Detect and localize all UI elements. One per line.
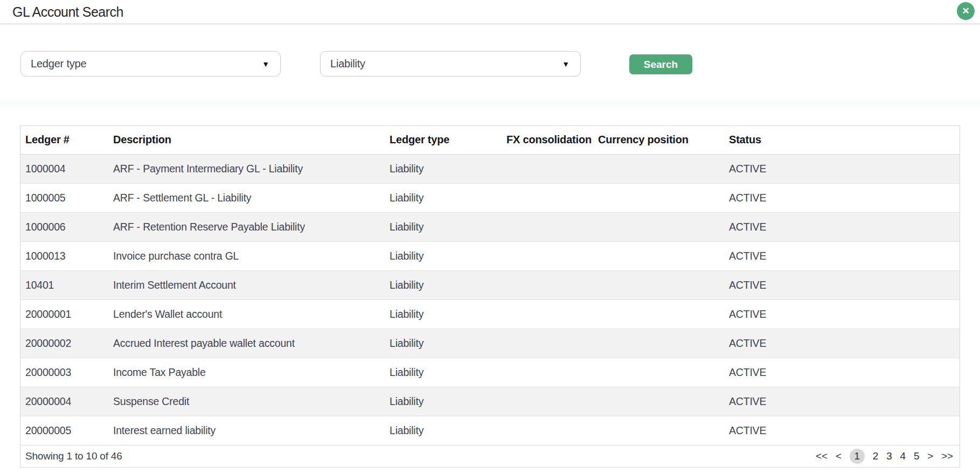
cell-ledger: 20000005 (20, 416, 108, 445)
cell-currency-position (593, 416, 724, 445)
modal-header: GL Account Search ✕ (0, 0, 980, 24)
page-title: GL Account Search (12, 4, 123, 20)
pagination-page-5[interactable]: 5 (914, 450, 919, 462)
pagination-page-4[interactable]: 4 (900, 450, 906, 462)
pagination-page-2[interactable]: 2 (873, 450, 878, 462)
cell-ledger-type: Liability (385, 299, 502, 329)
table-row[interactable]: 1000013 Invoice purchase contra GL Liabi… (20, 241, 960, 270)
cell-ledger-type: Liability (385, 358, 502, 387)
column-header-ledger-type: Ledger type (385, 126, 502, 154)
cell-ledger-type: Liability (385, 212, 502, 241)
chevron-down-icon: ▼ (562, 60, 569, 68)
cell-currency-position (593, 270, 724, 299)
pagination: << < 1 2 3 4 5 > >> (816, 449, 953, 464)
cell-ledger: 1000005 (20, 183, 108, 212)
table-row[interactable]: 20000003 Income Tax Payable Liability AC… (20, 358, 960, 387)
results-table-container: Ledger # Description Ledger type FX cons… (20, 126, 960, 468)
cell-currency-position (593, 212, 724, 241)
pagination-next[interactable]: > (927, 450, 933, 462)
cell-currency-position (593, 329, 724, 358)
pagination-page-1[interactable]: 1 (850, 449, 865, 464)
table-row[interactable]: 1000006 ARF - Retention Reserve Payable … (20, 212, 960, 241)
cell-description: Income Tax Payable (108, 358, 385, 387)
cell-ledger: 1000013 (20, 241, 108, 270)
close-icon: ✕ (962, 5, 969, 17)
table-row[interactable]: 1000005 ARF - Settlement GL - Liability … (20, 183, 960, 212)
cell-description: ARF - Payment Intermediary GL - Liabilit… (108, 154, 385, 183)
cell-status: ACTIVE (724, 358, 960, 387)
table-row[interactable]: 1000004 ARF - Payment Intermediary GL - … (20, 154, 960, 183)
cell-fx-consolidation (502, 358, 593, 387)
cell-description: ARF - Settlement GL - Liability (108, 183, 385, 212)
cell-description: Interim Settlement Account (108, 270, 385, 299)
cell-description: Accrued Interest payable wallet account (108, 329, 385, 358)
cell-ledger-type: Liability (385, 183, 502, 212)
search-button[interactable]: Search (629, 54, 692, 74)
column-header-currency-position: Currency position (593, 126, 724, 154)
cell-ledger: 20000003 (20, 358, 108, 387)
cell-fx-consolidation (502, 241, 593, 270)
table-header-row: Ledger # Description Ledger type FX cons… (20, 126, 960, 154)
cell-currency-position (593, 299, 724, 329)
cell-fx-consolidation (502, 183, 593, 212)
pagination-prev[interactable]: < (836, 450, 842, 462)
search-field-select[interactable]: Ledger type ▼ (20, 51, 281, 76)
cell-status: ACTIVE (724, 154, 960, 183)
chevron-down-icon: ▼ (262, 60, 269, 68)
cell-ledger-type: Liability (385, 329, 502, 358)
column-header-ledger: Ledger # (20, 126, 108, 154)
table-row[interactable]: 20000004 Suspense Credit Liability ACTIV… (20, 387, 960, 416)
cell-fx-consolidation (502, 212, 593, 241)
cell-ledger-type: Liability (385, 416, 502, 445)
cell-description: Suspense Credit (108, 387, 385, 416)
cell-ledger-type: Liability (385, 154, 502, 183)
cell-fx-consolidation (502, 299, 593, 329)
cell-status: ACTIVE (724, 183, 960, 212)
cell-fx-consolidation (502, 416, 593, 445)
cell-fx-consolidation (502, 329, 593, 358)
filter-section: Ledger type ▼ Liability ▼ Search (0, 24, 980, 109)
cell-currency-position (593, 183, 724, 212)
cell-description: Interest earned liability (108, 416, 385, 445)
column-header-description: Description (108, 126, 385, 154)
cell-status: ACTIVE (724, 299, 960, 329)
cell-ledger: 20000001 (20, 299, 108, 329)
cell-ledger: 1000006 (20, 212, 108, 241)
pagination-last[interactable]: >> (941, 450, 953, 462)
results-table: Ledger # Description Ledger type FX cons… (20, 126, 960, 445)
cell-status: ACTIVE (724, 270, 960, 299)
cell-status: ACTIVE (724, 416, 960, 445)
cell-currency-position (593, 154, 724, 183)
cell-currency-position (593, 358, 724, 387)
table-row[interactable]: 20000005 Interest earned liability Liabi… (20, 416, 960, 445)
column-header-fx-consolidation: FX consolidation (502, 126, 593, 154)
cell-description: Invoice purchase contra GL (108, 241, 385, 270)
showing-summary: Showing 1 to 10 of 46 (25, 450, 122, 462)
table-row[interactable]: 10401 Interim Settlement Account Liabili… (20, 270, 960, 299)
table-row[interactable]: 20000001 Lender's Wallet account Liabili… (20, 299, 960, 329)
cell-description: Lender's Wallet account (108, 299, 385, 329)
ledger-type-value-select[interactable]: Liability ▼ (320, 51, 581, 76)
cell-ledger: 20000002 (20, 329, 108, 358)
table-footer: Showing 1 to 10 of 46 << < 1 2 3 4 5 > >… (20, 445, 960, 467)
cell-ledger-type: Liability (385, 241, 502, 270)
cell-status: ACTIVE (724, 387, 960, 416)
cell-fx-consolidation (502, 270, 593, 299)
column-header-status: Status (724, 126, 960, 154)
cell-currency-position (593, 387, 724, 416)
ledger-type-value-select-value: Liability (330, 58, 365, 70)
close-button[interactable]: ✕ (957, 2, 975, 20)
cell-currency-position (593, 241, 724, 270)
cell-fx-consolidation (502, 154, 593, 183)
pagination-first[interactable]: << (816, 450, 828, 462)
cell-ledger-type: Liability (385, 270, 502, 299)
cell-fx-consolidation (502, 387, 593, 416)
cell-ledger: 1000004 (20, 154, 108, 183)
cell-status: ACTIVE (724, 212, 960, 241)
cell-status: ACTIVE (724, 241, 960, 270)
table-row[interactable]: 20000002 Accrued Interest payable wallet… (20, 329, 960, 358)
cell-status: ACTIVE (724, 329, 960, 358)
cell-ledger-type: Liability (385, 387, 502, 416)
cell-ledger: 10401 (20, 270, 108, 299)
pagination-page-3[interactable]: 3 (886, 450, 892, 462)
